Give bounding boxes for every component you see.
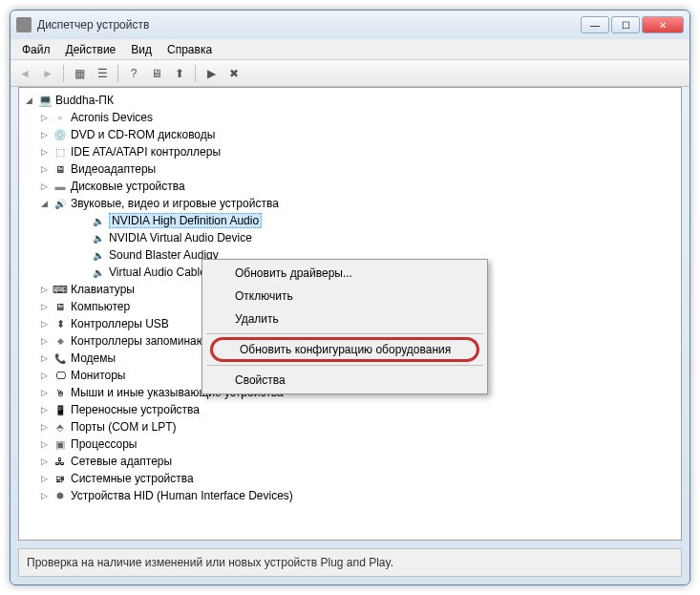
ctx-delete[interactable]: Удалить	[204, 308, 485, 330]
device-icon	[53, 333, 68, 349]
expander-icon[interactable]: ▷	[38, 164, 50, 174]
expander-icon[interactable]: ▷	[38, 439, 50, 449]
tree-item[interactable]: ◢Звуковые, видео и игровые устройства	[19, 195, 681, 212]
expander-icon[interactable]: ◢	[38, 199, 50, 208]
tree-item[interactable]: ▷Системные устройства	[19, 470, 681, 487]
device-icon	[53, 282, 68, 297]
uninstall-button[interactable]: ✖	[223, 63, 244, 84]
expander-icon[interactable]: ▷	[38, 285, 50, 294]
tree-item-label: NVIDIA Virtual Audio Device	[109, 231, 252, 244]
expander-icon[interactable]: ◢	[23, 96, 34, 105]
device-icon	[53, 402, 68, 417]
device-icon	[37, 93, 53, 108]
device-icon	[53, 179, 68, 194]
tree-item[interactable]: ▷IDE ATA/ATAPI контроллеры	[19, 143, 681, 160]
separator	[206, 365, 483, 366]
ctx-disable[interactable]: Отключить	[204, 285, 485, 308]
expander-icon[interactable]: ▷	[38, 319, 50, 329]
expander-icon[interactable]: ▷	[38, 422, 50, 432]
update-driver-button[interactable]: ⬆	[169, 63, 190, 84]
close-button[interactable]: ✕	[642, 16, 684, 33]
device-icon	[53, 196, 68, 211]
tree-item[interactable]: NVIDIA High Definition Audio	[19, 212, 681, 229]
tree-item-label: Компьютер	[71, 300, 130, 313]
device-icon	[53, 454, 68, 469]
maximize-button[interactable]: ☐	[611, 16, 640, 33]
expander-icon[interactable]: ▷	[38, 457, 50, 466]
tree-item[interactable]: ▷Порты (COM и LPT)	[19, 418, 681, 436]
device-icon	[91, 247, 106, 263]
app-icon	[16, 17, 32, 32]
menu-view[interactable]: Вид	[123, 41, 159, 58]
tree-item-label: Порты (COM и LPT)	[71, 420, 177, 434]
device-icon	[53, 127, 68, 142]
expander-icon[interactable]: ▷	[38, 302, 50, 311]
device-manager-window: Диспетчер устройств — ☐ ✕ Файл Действие …	[10, 10, 690, 585]
menu-file[interactable]: Файл	[14, 41, 58, 58]
device-icon	[91, 265, 106, 280]
tree-item-label: Устройства HID (Human Interface Devices)	[71, 489, 293, 502]
back-button[interactable]: ◄	[14, 63, 35, 84]
tree-item[interactable]: NVIDIA Virtual Audio Device	[19, 229, 681, 246]
menu-help[interactable]: Справка	[159, 41, 220, 58]
status-text: Проверка на наличие изменений или новых …	[27, 556, 393, 569]
expander-icon[interactable]: ▷	[38, 474, 50, 483]
tree-item[interactable]: ▷Дисковые устройства	[19, 178, 681, 195]
tree-item-label: Дисковые устройства	[71, 180, 185, 193]
titlebar[interactable]: Диспетчер устройств — ☐ ✕	[11, 11, 689, 39]
device-icon	[91, 230, 106, 245]
tree-item-label: Модемы	[71, 351, 116, 365]
ctx-update-drivers[interactable]: Обновить драйверы...	[204, 262, 485, 285]
tree-item[interactable]: ◢Buddha-ПК	[19, 92, 681, 109]
tree-item-label: Звуковые, видео и игровые устройства	[71, 197, 279, 210]
tree-item-label: Мониторы	[71, 369, 125, 382]
device-icon	[53, 471, 68, 486]
expander-icon[interactable]: ▷	[38, 353, 50, 363]
device-icon	[53, 351, 68, 366]
device-icon	[53, 488, 68, 503]
tree-item-label: Контроллеры USB	[71, 317, 169, 330]
expander-icon[interactable]: ▷	[38, 491, 50, 500]
tree-item-label: Клавиатуры	[71, 283, 135, 296]
separator	[63, 65, 64, 82]
tree-item-label: Acronis Devices	[71, 111, 153, 124]
expander-icon[interactable]: ▷	[38, 181, 50, 191]
window-controls: — ☐ ✕	[581, 16, 684, 33]
tree-item-label: Virtual Audio Cable	[109, 266, 206, 279]
tree-item-label: Процессоры	[71, 437, 138, 451]
device-icon	[53, 161, 68, 177]
separator	[117, 65, 118, 82]
tree-item[interactable]: ▷Процессоры	[19, 436, 681, 453]
properties-toolbar-button[interactable]: ☰	[92, 63, 113, 84]
tree-item[interactable]: ▷Устройства HID (Human Interface Devices…	[19, 487, 681, 504]
scan-hardware-button[interactable]: 🖥	[146, 63, 167, 84]
expander-icon[interactable]: ▷	[38, 113, 50, 122]
device-icon	[53, 436, 68, 452]
expander-icon[interactable]: ▷	[38, 405, 50, 414]
tree-item[interactable]: ▷Сетевые адаптеры	[19, 453, 681, 470]
tree-item[interactable]: ▷DVD и CD-ROM дисководы	[19, 126, 681, 143]
tree-item-label: Видеоадаптеры	[71, 162, 156, 176]
expander-icon[interactable]: ▷	[38, 371, 50, 380]
show-all-button[interactable]: ▦	[69, 63, 90, 84]
expander-icon[interactable]: ▷	[38, 147, 50, 157]
device-icon	[53, 299, 68, 314]
ctx-properties[interactable]: Свойства	[204, 369, 485, 392]
statusbar: Проверка на наличие изменений или новых …	[18, 548, 682, 577]
forward-button[interactable]: ►	[37, 63, 58, 84]
menu-action[interactable]: Действие	[58, 41, 124, 58]
expander-icon[interactable]: ▷	[38, 336, 50, 346]
expander-icon[interactable]: ▷	[38, 388, 50, 397]
expander-icon[interactable]: ▷	[38, 130, 50, 139]
separator	[195, 65, 196, 82]
tree-item[interactable]: ▷Видеоадаптеры	[19, 160, 681, 178]
tree-item-label: Переносные устройства	[71, 403, 200, 416]
tree-item[interactable]: ▷Acronis Devices	[19, 109, 681, 126]
ctx-scan-hardware[interactable]: Обновить конфигурацию оборудования	[210, 337, 479, 362]
help-button[interactable]: ?	[123, 63, 144, 84]
menubar: Файл Действие Вид Справка	[11, 39, 689, 60]
tree-item[interactable]: ▷Переносные устройства	[19, 401, 681, 418]
enable-button[interactable]: ▶	[201, 63, 222, 84]
minimize-button[interactable]: —	[581, 16, 609, 33]
tree-item-label: IDE ATA/ATAPI контроллеры	[71, 145, 221, 159]
